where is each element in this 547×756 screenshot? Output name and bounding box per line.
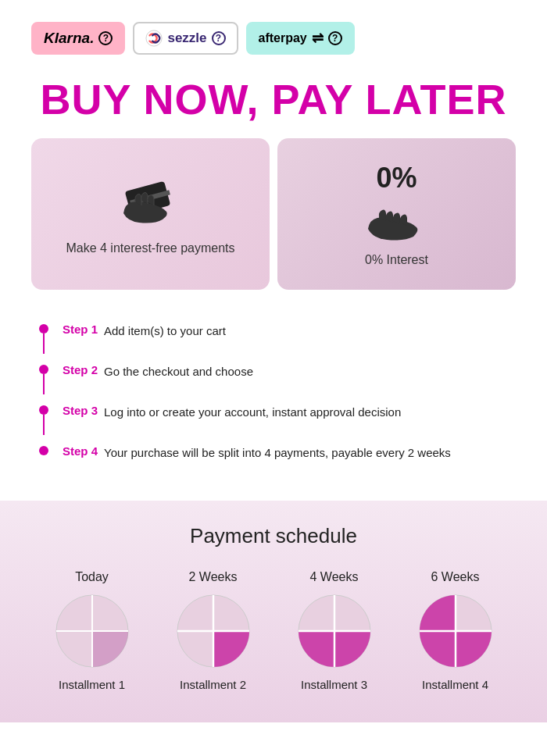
afterpay-wordmark: afterpay: [259, 31, 307, 45]
installment-2-pie: [174, 592, 252, 670]
installment-4-pie: [417, 592, 495, 670]
step-3-row: Step 3 Log into or create your account, …: [39, 402, 508, 435]
installment-3-col: 4 Weeks Installment 3: [295, 570, 374, 691]
steps-section: Step 1 Add item(s) to your cart Step 2 G…: [0, 313, 547, 494]
sezzle-wordmark: sezzle: [167, 30, 206, 46]
card-interest-label: 0% Interest: [365, 251, 428, 269]
payment-schedule-section: Payment schedule Today Installment 1 2 W…: [0, 501, 547, 722]
sezzle-logo[interactable]: sezzle ?: [133, 22, 238, 55]
installment-3-week: 4 Weeks: [310, 570, 359, 584]
step-4-dot: [39, 446, 48, 455]
installment-4-col: 6 Weeks Installment 4: [417, 570, 495, 691]
step-3-label: Step 3: [63, 404, 98, 417]
step-3-line: [43, 415, 45, 435]
klarna-logo[interactable]: Klarna. ?: [31, 22, 125, 55]
installment-2-week: 2 Weeks: [189, 570, 238, 584]
installments-row: Today Installment 1 2 Weeks In: [31, 570, 516, 691]
installment-1-col: Today Installment 1: [53, 570, 131, 691]
interest-percent: 0%: [376, 162, 417, 194]
step-4-label: Step 4: [63, 444, 98, 458]
step-2-row: Step 2 Go the checkout and choose: [39, 362, 508, 394]
afterpay-help-icon[interactable]: ?: [328, 31, 342, 45]
hand-percent-icon: [362, 198, 432, 241]
klarna-help-icon[interactable]: ?: [98, 31, 113, 45]
sezzle-icon: [145, 30, 163, 47]
installment-3-pie: [295, 592, 374, 670]
step-1-text: Add item(s) to your cart: [104, 323, 226, 341]
schedule-title: Payment schedule: [31, 524, 516, 548]
step-2-text: Go the checkout and choose: [104, 363, 253, 381]
info-cards: Make 4 interest-free payments 0% 0% Inte…: [31, 138, 516, 289]
step-1-dot: [39, 324, 48, 333]
klarna-wordmark: Klarna.: [44, 30, 94, 47]
sezzle-help-icon[interactable]: ?: [212, 31, 226, 45]
step-2-line: [43, 374, 45, 394]
card-payments-label: Make 4 interest-free payments: [66, 240, 234, 257]
installment-1-label: Installment 1: [59, 678, 125, 691]
installment-4-week: 6 Weeks: [431, 570, 480, 584]
installment-1-week: Today: [75, 570, 109, 584]
logos-row: Klarna. ? sezzle ? afterpay ⇌ ?: [0, 0, 547, 69]
hand-card-icon: [116, 174, 186, 229]
step-1-label: Step 1: [63, 323, 98, 336]
step-4-row: Step 4 Your purchase will be split into …: [39, 443, 508, 462]
step-1-row: Step 1 Add item(s) to your cart: [39, 321, 508, 354]
installment-1-pie: [53, 592, 131, 670]
afterpay-arrows-icon: ⇌: [312, 30, 324, 47]
step-3-text: Log into or create your account, instant…: [104, 404, 401, 422]
afterpay-logo[interactable]: afterpay ⇌ ?: [246, 22, 355, 55]
installment-2-label: Installment 2: [180, 678, 246, 691]
step-4-text: Your purchase will be split into 4 payme…: [104, 444, 451, 462]
step-1-line: [43, 333, 45, 354]
installment-3-label: Installment 3: [301, 678, 367, 691]
card-interest: 0% 0% Interest: [277, 138, 516, 289]
step-3-dot: [39, 405, 48, 415]
installment-2-col: 2 Weeks Installment 2: [174, 570, 252, 691]
step-2-dot: [39, 365, 48, 374]
step-2-label: Step 2: [63, 363, 98, 376]
card-payments: Make 4 interest-free payments: [31, 138, 270, 289]
page-title: BUY NOW, PAY LATER: [0, 69, 547, 138]
installment-4-label: Installment 4: [422, 678, 488, 691]
